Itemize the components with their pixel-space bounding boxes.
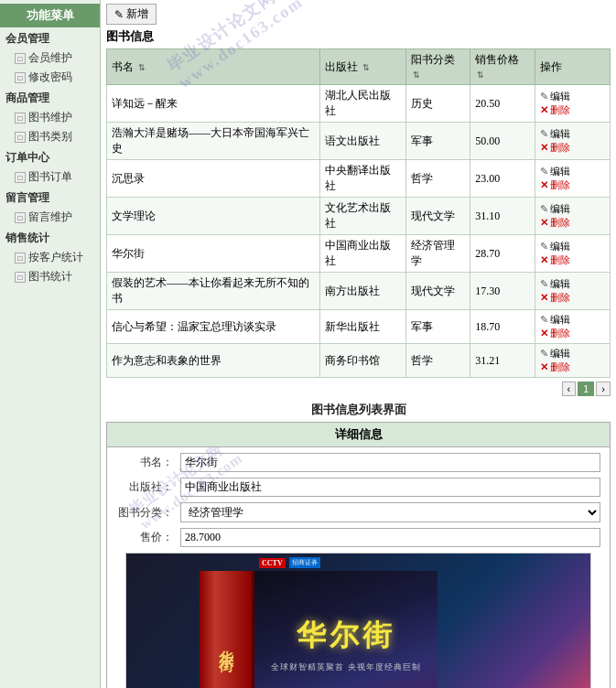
sidebar-item-message-maintain[interactable]: □ 留言维护 <box>0 208 100 227</box>
pencil-icon: ✎ <box>540 166 548 177</box>
cell-actions: ✎编辑 ✕删除 <box>535 85 611 123</box>
pencil-icon: ✎ <box>540 128 548 140</box>
table-row: 浩瀚大洋是赌场——大日本帝国海军兴亡史 语文出版社 军事 50.00 ✎编辑 ✕… <box>107 123 611 160</box>
delete-button[interactable]: ✕删除 <box>540 360 570 374</box>
detail-form: 毕业设计论文网www.doc163.com 书名： 出版社： 图书分类： 经济管… <box>107 447 610 688</box>
cell-publisher: 南方出版社 <box>320 273 405 310</box>
sidebar-item-stat-customer[interactable]: □ 按客户统计 <box>0 248 100 267</box>
cell-price: 31.21 <box>470 344 535 378</box>
x-icon: ✕ <box>540 328 548 339</box>
publisher-input[interactable] <box>180 478 600 497</box>
pagination: ‹ 1 › <box>106 382 611 396</box>
cell-price: 31.10 <box>470 198 535 235</box>
col-action: 操作 <box>535 49 611 85</box>
cover-logos: CCTV 招商证券 <box>259 557 320 568</box>
table-row: 沉思录 中央翻译出版社 哲学 23.00 ✎编辑 ✕删除 <box>107 160 611 198</box>
sidebar-group-message: 留言管理 <box>0 187 100 208</box>
edit-button[interactable]: ✎编辑 <box>540 127 570 141</box>
sidebar-title: 功能菜单 <box>0 4 100 27</box>
price-input[interactable] <box>180 528 600 547</box>
book-cover-area: 华尔街 全球财智精英聚首 央视年度经典巨制 <box>254 571 438 688</box>
publisher-label: 出版社： <box>116 479 180 495</box>
sidebar-group-member: 会员管理 <box>0 27 100 48</box>
current-page-button[interactable]: 1 <box>578 382 594 396</box>
cell-name: 假装的艺术——本让你看起来无所不知的书 <box>107 273 320 310</box>
pencil-icon: ✎ <box>540 91 548 102</box>
sidebar-item-book-category[interactable]: □ 图书类别 <box>0 127 100 146</box>
delete-button[interactable]: ✕删除 <box>540 291 570 305</box>
cell-actions: ✎编辑 ✕删除 <box>535 123 611 160</box>
delete-button[interactable]: ✕删除 <box>540 253 570 267</box>
cell-actions: ✎编辑 ✕删除 <box>535 198 611 235</box>
list-section: 毕业设计论文网www.doc163.com ✎ 新增 图书信息 书名 ⇅ <box>106 4 611 396</box>
cell-publisher: 湖北人民出版社 <box>320 85 405 123</box>
x-icon: ✕ <box>540 142 548 154</box>
cell-category: 哲学 <box>405 344 470 378</box>
edit-button[interactable]: ✎编辑 <box>540 277 570 291</box>
bookname-label: 书名： <box>116 455 180 470</box>
sidebar-item-label: 修改密码 <box>28 70 72 85</box>
add-button-label: 新增 <box>126 6 148 22</box>
pencil-icon: ✎ <box>540 203 548 215</box>
sort-arrows-price: ⇅ <box>477 70 484 80</box>
edit-button[interactable]: ✎编辑 <box>540 202 570 216</box>
doc-icon: □ <box>15 212 26 223</box>
doc-icon: □ <box>15 132 26 143</box>
sidebar-item-book-maintain[interactable]: □ 图书维护 <box>0 108 100 127</box>
edit-button[interactable]: ✎编辑 <box>540 240 570 253</box>
delete-button[interactable]: ✕删除 <box>540 327 570 340</box>
edit-button[interactable]: ✎编辑 <box>540 165 570 178</box>
pencil-icon: ✎ <box>540 278 548 290</box>
bookname-input[interactable] <box>180 453 600 472</box>
delete-button[interactable]: ✕删除 <box>540 216 570 230</box>
cell-publisher: 中国商业出版社 <box>320 235 405 273</box>
sort-arrows-pub: ⇅ <box>362 63 370 72</box>
add-button[interactable]: ✎ 新增 <box>106 4 157 25</box>
sidebar-item-book-order[interactable]: □ 图书订单 <box>0 167 100 187</box>
doc-icon: □ <box>15 72 26 83</box>
col-publisher[interactable]: 出版社 ⇅ <box>320 49 405 85</box>
col-name[interactable]: 书名 ⇅ <box>107 49 320 85</box>
cell-price: 17.30 <box>470 273 535 310</box>
cell-name: 详知远－醒来 <box>107 85 320 123</box>
x-icon: ✕ <box>540 217 548 229</box>
detail-section: 详细信息 毕业设计论文网www.doc163.com 书名： 出版社： 图书分类… <box>106 422 611 688</box>
cell-actions: ✎编辑 ✕删除 <box>535 310 611 344</box>
cell-publisher: 语文出版社 <box>320 123 405 160</box>
x-icon: ✕ <box>540 292 548 304</box>
sidebar: 功能菜单 会员管理 □ 会员维护 □ 修改密码 商品管理 □ 图书维护 □ 图书… <box>0 0 101 688</box>
category-select[interactable]: 经济管理学 历史 军事 哲学 现代文学 科技 <box>180 502 600 522</box>
delete-button[interactable]: ✕删除 <box>540 178 570 192</box>
delete-button[interactable]: ✕删除 <box>540 141 570 155</box>
x-icon: ✕ <box>540 104 548 116</box>
cell-actions: ✎编辑 ✕删除 <box>535 235 611 273</box>
sidebar-item-member-maintain[interactable]: □ 会员维护 <box>0 48 100 68</box>
form-row-bookname: 书名： <box>116 453 600 472</box>
table-row: 假装的艺术——本让你看起来无所不知的书 南方出版社 现代文学 17.30 ✎编辑… <box>107 273 611 310</box>
pencil-icon: ✎ <box>540 348 548 360</box>
cover-title: 华尔街 <box>297 616 395 656</box>
sidebar-item-label: 图书类别 <box>28 129 72 145</box>
form-row-price: 售价： <box>116 528 600 547</box>
cell-category: 现代文学 <box>405 198 470 235</box>
cell-category: 经济管理学 <box>405 235 470 273</box>
sidebar-item-stat-book[interactable]: □ 图书统计 <box>0 267 100 286</box>
col-category[interactable]: 阳书分类 ⇅ <box>405 49 470 85</box>
col-price[interactable]: 销售价格 ⇅ <box>470 49 535 85</box>
next-page-button[interactable]: › <box>596 382 611 396</box>
add-button-row: ✎ 新增 <box>106 4 611 25</box>
sidebar-item-label: 图书统计 <box>28 269 72 285</box>
table-row: 详知远－醒来 湖北人民出版社 历史 20.50 ✎编辑 ✕删除 <box>107 85 611 123</box>
sidebar-item-change-password[interactable]: □ 修改密码 <box>0 68 100 87</box>
sidebar-group-goods: 商品管理 <box>0 87 100 108</box>
prev-page-button[interactable]: ‹ <box>562 382 577 396</box>
edit-button[interactable]: ✎编辑 <box>540 90 570 103</box>
cell-category: 历史 <box>405 85 470 123</box>
sidebar-group-order: 订单中心 <box>0 146 100 167</box>
cell-publisher: 文化艺术出版社 <box>320 198 405 235</box>
edit-button[interactable]: ✎编辑 <box>540 347 570 360</box>
cell-price: 23.00 <box>470 160 535 198</box>
delete-button[interactable]: ✕删除 <box>540 103 570 117</box>
edit-button[interactable]: ✎编辑 <box>540 313 570 327</box>
main-content: 毕业设计论文网www.doc163.com ✎ 新增 图书信息 书名 ⇅ <box>101 0 616 688</box>
